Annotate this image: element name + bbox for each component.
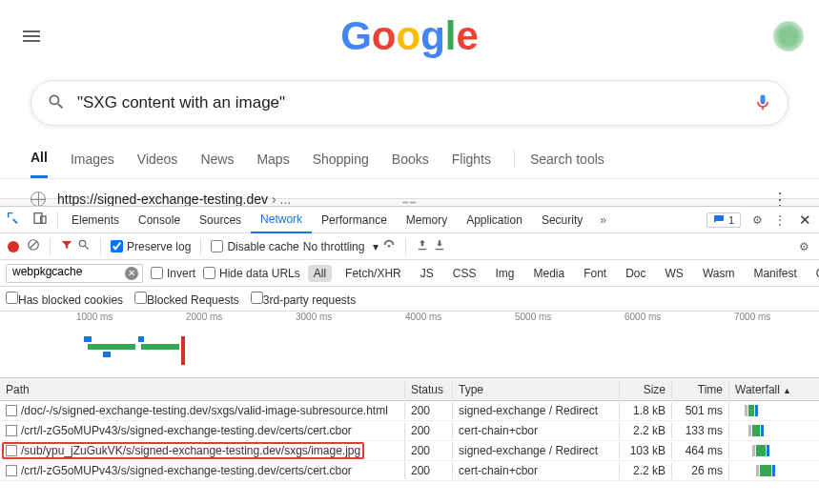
- filter-input[interactable]: [12, 265, 136, 278]
- cell-size: 2.2 kB: [620, 422, 672, 439]
- google-doodle[interactable]: Google: [46, 8, 773, 65]
- table-row[interactable]: /doc/-/s/signed-exchange-testing.dev/sxg…: [0, 401, 819, 421]
- result-breadcrumb: › ...: [272, 192, 291, 207]
- mic-icon[interactable]: [753, 92, 772, 114]
- cell-status: 200: [405, 422, 453, 439]
- table-row[interactable]: /sub/ypu_jZuGukVK/s/signed-exchange-test…: [0, 441, 819, 461]
- cell-path: /doc/-/s/signed-exchange-testing.dev/sxg…: [0, 402, 405, 419]
- filter-ws[interactable]: WS: [660, 265, 689, 282]
- network-settings-icon[interactable]: ⚙: [793, 240, 815, 253]
- cell-path: /sub/ypu_jZuGukVK/s/signed-exchange-test…: [0, 440, 405, 461]
- col-time[interactable]: Time: [672, 381, 729, 398]
- globe-icon: [31, 192, 46, 207]
- disable-cache-checkbox[interactable]: Disable cache: [211, 240, 298, 253]
- table-row[interactable]: /crt/l-zG5oMUPv43/s/signed-exchange-test…: [0, 421, 819, 441]
- panel-memory[interactable]: Memory: [397, 208, 457, 232]
- col-size[interactable]: Size: [620, 381, 672, 398]
- record-button[interactable]: [8, 241, 19, 252]
- col-status[interactable]: Status: [405, 381, 453, 398]
- tab-shopping[interactable]: Shopping: [313, 141, 369, 177]
- clear-button[interactable]: [27, 238, 40, 254]
- cell-size: 2.2 kB: [620, 462, 672, 479]
- network-conditions-icon[interactable]: [382, 238, 396, 254]
- tab-maps[interactable]: Maps: [256, 141, 289, 177]
- filter-css[interactable]: CSS: [447, 265, 482, 282]
- cell-size: 103 kB: [620, 442, 672, 459]
- menu-icon[interactable]: [23, 25, 46, 48]
- panel-elements[interactable]: Elements: [62, 208, 129, 232]
- throttling-select[interactable]: No throttling ▾: [303, 240, 379, 253]
- panel-application[interactable]: Application: [457, 208, 532, 232]
- panel-network[interactable]: Network: [251, 207, 312, 233]
- inspect-element-icon[interactable]: [0, 211, 27, 229]
- clear-filter-icon[interactable]: ✕: [125, 267, 138, 280]
- devtools-menu-icon[interactable]: ⋮: [768, 213, 791, 227]
- table-row[interactable]: /crt/l-zG5oMUPv43/s/signed-exchange-test…: [0, 461, 819, 481]
- panel-security[interactable]: Security: [532, 208, 592, 232]
- search-input[interactable]: [77, 93, 753, 112]
- svg-line-3: [31, 242, 37, 249]
- filter-manifest[interactable]: Manifest: [747, 265, 802, 282]
- cell-waterfall: [729, 423, 819, 438]
- tab-books[interactable]: Books: [392, 141, 429, 177]
- filter-img[interactable]: Img: [489, 265, 520, 282]
- filter-all[interactable]: All: [308, 265, 332, 282]
- download-har-icon[interactable]: [433, 238, 446, 254]
- tab-news[interactable]: News: [200, 141, 234, 177]
- preserve-log-checkbox[interactable]: Preserve log: [111, 240, 191, 253]
- tick: 5000 ms: [515, 312, 551, 322]
- cell-type: signed-exchange / Redirect: [453, 442, 620, 459]
- cell-size: 1.8 kB: [620, 402, 672, 419]
- filter-icon[interactable]: [60, 238, 73, 254]
- filter-font[interactable]: Font: [578, 265, 612, 282]
- cell-status: 200: [405, 462, 453, 479]
- blocked-cookies-checkbox[interactable]: Has blocked cookies: [6, 292, 123, 307]
- search-tabs: All Images Videos News Maps Shopping Boo…: [0, 139, 819, 179]
- invert-checkbox[interactable]: Invert: [151, 267, 195, 280]
- filter-js[interactable]: JS: [415, 265, 440, 282]
- tick: 7000 ms: [734, 312, 770, 322]
- filter-input-wrap: ✕: [6, 264, 143, 283]
- upload-har-icon[interactable]: [416, 238, 429, 254]
- tick: 6000 ms: [624, 312, 661, 322]
- settings-icon[interactable]: ⚙: [747, 213, 768, 227]
- filter-other[interactable]: Other: [810, 265, 819, 282]
- search-tools[interactable]: Search tools: [530, 141, 604, 177]
- tick: 3000 ms: [296, 312, 332, 322]
- hide-data-urls-checkbox[interactable]: Hide data URLs: [203, 267, 300, 280]
- cell-path: /crt/l-zG5oMUPv43/s/signed-exchange-test…: [0, 422, 405, 439]
- col-type[interactable]: Type: [453, 381, 620, 398]
- filter-wasm[interactable]: Wasm: [697, 265, 741, 282]
- filter-fetch[interactable]: Fetch/XHR: [339, 265, 407, 282]
- network-overview[interactable]: 1000 ms 2000 ms 3000 ms 4000 ms 5000 ms …: [0, 312, 819, 378]
- cell-time: 26 ms: [672, 462, 729, 479]
- network-search-icon[interactable]: [77, 238, 91, 254]
- blocked-requests-checkbox[interactable]: Blocked Requests: [134, 292, 239, 307]
- cell-waterfall: [729, 403, 819, 418]
- panel-performance[interactable]: Performance: [312, 208, 397, 232]
- cell-status: 200: [405, 402, 453, 419]
- close-devtools-icon[interactable]: ✕: [791, 212, 819, 229]
- col-waterfall[interactable]: Waterfall▲: [729, 381, 819, 398]
- cell-waterfall: [729, 463, 819, 478]
- filter-media[interactable]: Media: [527, 265, 570, 282]
- filter-doc[interactable]: Doc: [620, 265, 651, 282]
- cell-path: /crt/l-zG5oMUPv43/s/signed-exchange-test…: [0, 462, 405, 479]
- third-party-checkbox[interactable]: 3rd-party requests: [251, 292, 356, 307]
- tab-all[interactable]: All: [31, 139, 48, 178]
- tab-images[interactable]: Images: [71, 141, 114, 177]
- panel-sources[interactable]: Sources: [190, 208, 251, 232]
- panel-console[interactable]: Console: [129, 208, 190, 232]
- result-url[interactable]: https://signed-exchange-testing.dev: [57, 192, 268, 207]
- col-path[interactable]: Path: [0, 381, 405, 398]
- avatar[interactable]: [773, 21, 804, 51]
- more-panels-icon[interactable]: »: [592, 213, 614, 227]
- tab-videos[interactable]: Videos: [137, 141, 178, 177]
- cell-time: 133 ms: [672, 422, 729, 439]
- issues-badge[interactable]: 1: [706, 212, 741, 228]
- cell-type: cert-chain+cbor: [453, 422, 620, 439]
- search-box[interactable]: [31, 80, 788, 126]
- tab-flights[interactable]: Flights: [452, 141, 491, 177]
- device-toggle-icon[interactable]: [27, 211, 53, 229]
- tick: 4000 ms: [405, 312, 441, 322]
